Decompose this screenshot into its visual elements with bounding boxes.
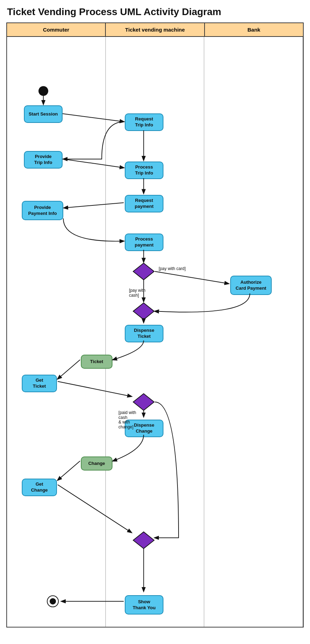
swimlane-header: Commuter Ticket vending machine Bank [7,23,303,37]
lane-commuter [7,37,106,627]
process-trip-info: ProcessTrip Info [125,162,163,179]
dispense-ticket: DispenseTicket [125,325,163,342]
dispense-change: DispenseChange [125,420,163,437]
change-object: Change [81,456,112,471]
request-trip-info: RequestTrip Info [125,113,163,131]
provide-trip-info: ProvideTrip Info [24,151,63,169]
get-change: GetChange [22,479,57,496]
page-title: Ticket Vending Process UML Activity Diag… [0,0,310,22]
get-ticket: GetTicket [22,375,57,392]
provide-payment-info: ProvidePayment Info [22,201,63,220]
lane-header-bank: Bank [205,23,303,36]
diagram-container: Commuter Ticket vending machine Bank Sta… [6,22,304,627]
ticket-object: Ticket [81,355,112,369]
lane-bank [204,37,303,627]
process-payment: Processpayment [125,234,163,251]
show-thank-you: ShowThank You [125,595,163,615]
swimlane-body: Start Session ProvideTrip Info ProvidePa… [7,37,303,627]
authorize-card-payment: AuthorizeCard Payment [230,276,272,295]
start-session: Start Session [24,105,63,123]
lane-header-commuter: Commuter [7,23,106,36]
lane-header-machine: Ticket vending machine [106,23,205,36]
request-payment: Requestpayment [125,195,163,212]
